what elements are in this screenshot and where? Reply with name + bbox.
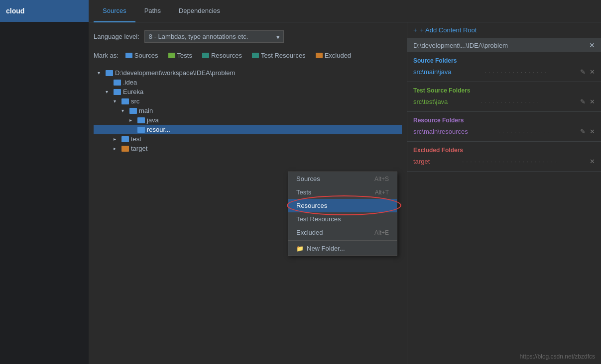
context-label-test-resources: Test Resources — [296, 215, 341, 223]
source-folder-actions: ✎ ✕ — [580, 68, 595, 76]
left-panel: Language level: 8 - Lambdas, type annota… — [89, 22, 407, 364]
source-folders-title: Source Folders — [413, 57, 595, 64]
resource-folder-actions: ✎ ✕ — [580, 128, 595, 135]
resource-folders-section: Resource Folders src\main\resources · · … — [407, 112, 601, 142]
tree-label-root: D:\development\workspace\IDEA\problem — [115, 69, 235, 77]
arrow-eureka — [106, 89, 112, 94]
context-shortcut-tests: Alt+T — [375, 189, 389, 196]
resource-folder-path: src\main\resources — [413, 128, 468, 135]
test-source-folder-remove[interactable]: ✕ — [590, 98, 595, 105]
tree-label-test: test — [131, 135, 141, 143]
tree-label-resources: resour... — [147, 126, 170, 133]
context-label-new-folder: New Folder... — [307, 245, 345, 252]
context-item-resources[interactable]: Resources — [288, 199, 397, 212]
mark-badge-excluded[interactable]: Excluded — [313, 51, 354, 60]
resource-folder-remove[interactable]: ✕ — [590, 128, 595, 135]
tree-label-target: target — [131, 145, 147, 152]
source-folder-edit[interactable]: ✎ — [580, 68, 586, 76]
tree-item-idea[interactable]: .idea — [94, 78, 402, 87]
sidebar-header: cloud — [0, 0, 89, 22]
mark-label-test-resources: Test Resources — [261, 52, 306, 59]
folder-icon-resources-tree — [137, 127, 145, 133]
folder-icon-main — [129, 108, 137, 114]
add-content-root-button[interactable]: + Add Content Root — [420, 26, 477, 34]
excluded-folder-remove[interactable]: ✕ — [590, 158, 595, 165]
resource-folders-title: Resource Folders — [413, 117, 595, 124]
sidebar: cloud — [0, 0, 89, 364]
mark-label-tests: Tests — [177, 52, 192, 59]
context-separator — [288, 240, 397, 241]
excluded-folder-path: target — [413, 158, 430, 165]
context-item-excluded[interactable]: Excluded Alt+E — [288, 226, 397, 239]
source-folder-dots: · · · · · · · · · · · · · · · · — [484, 69, 547, 75]
language-level-row: Language level: 8 - Lambdas, type annota… — [94, 30, 402, 43]
excluded-folder-dots: · · · · · · · · · · · · · · · · · · · · … — [462, 159, 557, 165]
tab-dependencies[interactable]: Dependencies — [170, 0, 229, 22]
folder-icon-test-resources — [252, 53, 259, 58]
context-menu: Sources Alt+S Tests Alt+T Resources Test… — [288, 172, 397, 256]
file-tree: D:\development\workspace\IDEA\problem .i… — [94, 68, 402, 153]
context-label-tests: Tests — [296, 188, 311, 196]
tree-item-eureka[interactable]: Eureka — [94, 87, 402, 96]
mark-badge-resources[interactable]: Resources — [199, 51, 245, 60]
language-level-select[interactable]: 8 - Lambdas, type annotations etc. 11 17 — [144, 30, 284, 43]
tab-sources[interactable]: Sources — [94, 0, 135, 22]
right-path-header: D:\development\...\IDEA\problem ✕ — [407, 38, 601, 52]
tree-item-src[interactable]: src — [94, 96, 402, 106]
folder-icon-test — [121, 136, 129, 142]
mark-label-excluded: Excluded — [325, 52, 351, 59]
mark-badge-test-resources[interactable]: Test Resources — [249, 51, 309, 60]
context-item-test-resources[interactable]: Test Resources — [288, 212, 397, 226]
excluded-folder-actions: ✕ — [590, 158, 595, 165]
mark-badge-tests[interactable]: Tests — [165, 51, 195, 60]
tree-item-test[interactable]: test — [94, 134, 402, 144]
resource-folder-entry: src\main\resources · · · · · · · · · · ·… — [413, 127, 595, 136]
source-folder-remove[interactable]: ✕ — [590, 68, 595, 76]
tree-label-src: src — [131, 97, 139, 105]
tree-label-eureka: Eureka — [123, 88, 143, 95]
folder-icon-idea — [114, 80, 121, 86]
tree-item-java[interactable]: java — [94, 115, 402, 125]
tree-item-root[interactable]: D:\development\workspace\IDEA\problem — [94, 68, 402, 78]
context-item-new-folder[interactable]: 📁 New Folder... — [288, 242, 397, 255]
right-header: + + Add Content Root — [407, 22, 601, 38]
resource-folder-dots: · · · · · · · · · · · · · — [499, 129, 549, 135]
tabs-bar: Sources Paths Dependencies — [89, 0, 601, 22]
sidebar-title: cloud — [6, 7, 24, 15]
folder-icon-eureka — [114, 89, 121, 95]
context-item-sources[interactable]: Sources Alt+S — [288, 172, 397, 185]
folder-icon-src — [121, 98, 129, 104]
test-source-folders-section: Test Source Folders src\test\java · · · … — [407, 82, 601, 112]
mark-badge-sources[interactable]: Sources — [122, 51, 161, 60]
tree-item-target[interactable]: target — [94, 144, 402, 153]
new-folder-icon: 📁 — [296, 245, 304, 252]
tab-paths[interactable]: Paths — [135, 0, 170, 22]
resource-folder-edit[interactable]: ✎ — [580, 128, 586, 135]
tree-item-main[interactable]: main — [94, 106, 402, 115]
arrow-main — [121, 108, 127, 113]
tree-label-main: main — [139, 107, 153, 114]
context-item-tests[interactable]: Tests Alt+T — [288, 185, 397, 199]
excluded-folder-entry: target · · · · · · · · · · · · · · · · ·… — [413, 157, 595, 166]
source-folder-path: src\main\java — [413, 68, 452, 76]
context-shortcut-excluded: Alt+E — [374, 229, 389, 236]
close-button[interactable]: ✕ — [589, 41, 595, 49]
test-source-folder-edit[interactable]: ✎ — [580, 98, 586, 105]
folder-icon-root — [106, 70, 113, 76]
excluded-folders-title: Excluded Folders — [413, 147, 595, 154]
context-label-resources: Resources — [296, 202, 327, 209]
folder-icon-resources — [202, 53, 209, 58]
arrow-test — [114, 136, 120, 142]
plus-icon: + — [413, 26, 417, 34]
folder-icon-target — [121, 146, 129, 152]
folder-icon-java — [137, 117, 145, 123]
tree-item-resources[interactable]: resour... — [94, 125, 402, 134]
right-panel: + + Add Content Root D:\development\...\… — [407, 22, 601, 364]
content-area: Language level: 8 - Lambdas, type annota… — [89, 22, 601, 364]
test-source-folder-dots: · · · · · · · · · · · · · · · · · — [481, 99, 547, 105]
folder-icon-tests — [168, 53, 175, 58]
folder-icon-sources — [125, 53, 132, 58]
mark-as-label: Mark as: — [94, 52, 119, 59]
mark-as-row: Mark as: Sources Tests Resources Test Re… — [94, 51, 402, 60]
mark-label-resources: Resources — [211, 52, 242, 59]
